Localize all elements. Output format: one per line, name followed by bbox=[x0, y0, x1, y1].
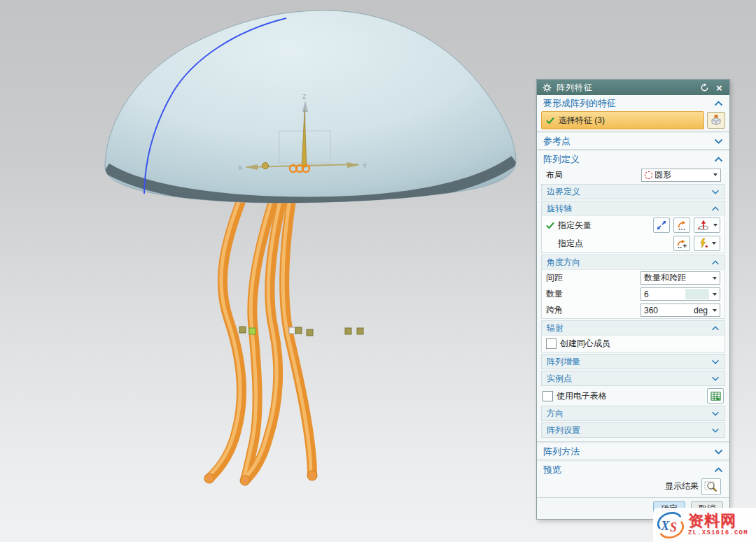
chevron-down-icon bbox=[711, 359, 720, 364]
chevron-down-icon bbox=[714, 138, 723, 144]
watermark: X S 资料网 ZL.XS1616.COM bbox=[653, 508, 756, 542]
span-angle-label: 跨角 bbox=[546, 304, 563, 316]
check-icon bbox=[546, 222, 554, 229]
spreadsheet-button[interactable] bbox=[707, 388, 724, 404]
group-header-instance-points[interactable]: 实例点 bbox=[541, 371, 725, 386]
group-header-features-to-pattern[interactable]: 要形成阵列的特征 bbox=[537, 96, 729, 110]
dropdown-caret-icon bbox=[713, 224, 718, 227]
layout-dropdown[interactable]: 圆形 bbox=[641, 169, 721, 182]
circular-layout-icon bbox=[645, 171, 652, 179]
group-title: 阵列设置 bbox=[547, 425, 711, 436]
count-input[interactable]: 6 bbox=[640, 287, 720, 301]
span-angle-value: 360 bbox=[644, 306, 692, 315]
vector-dialog-icon bbox=[676, 220, 687, 231]
chevron-up-icon bbox=[711, 206, 720, 211]
group-title: 实例点 bbox=[547, 373, 711, 385]
spacing-dropdown[interactable]: 数量和跨距 bbox=[640, 271, 720, 285]
chevron-up-icon bbox=[714, 467, 723, 473]
feature-select-button[interactable] bbox=[707, 112, 725, 129]
group-header-angle-direction[interactable]: 角度方向 bbox=[542, 255, 724, 270]
expression-zone bbox=[685, 289, 709, 299]
show-result-label: 显示结果 bbox=[665, 480, 699, 492]
group-title: 阵列方法 bbox=[543, 445, 714, 458]
use-spreadsheet-checkbox[interactable] bbox=[542, 391, 553, 401]
group-title: 要形成阵列的特征 bbox=[543, 97, 714, 110]
group-title: 参考点 bbox=[543, 135, 714, 148]
jellyfish-tentacles[interactable] bbox=[204, 197, 317, 485]
count-value: 6 bbox=[644, 290, 683, 299]
jellyfish-dome[interactable] bbox=[105, 10, 516, 203]
dropdown-caret-icon bbox=[713, 309, 717, 312]
create-concentric-checkbox[interactable] bbox=[546, 338, 556, 349]
show-result-button[interactable] bbox=[701, 478, 721, 495]
group-title: 旋转轴 bbox=[547, 203, 711, 215]
vector-dialog-button[interactable] bbox=[673, 217, 690, 233]
logo-letter-x: X bbox=[660, 519, 670, 533]
spreadsheet-icon bbox=[710, 390, 722, 402]
chevron-down-icon bbox=[711, 428, 720, 433]
group-header-orientation[interactable]: 方向 bbox=[541, 406, 725, 421]
radiate-group: 辐射 创建同心成员 bbox=[541, 320, 725, 352]
inferred-point-button[interactable] bbox=[694, 236, 720, 251]
select-feature-field[interactable]: 选择特征 (3) bbox=[541, 111, 704, 129]
group-title: 预览 bbox=[543, 464, 714, 476]
axis-drag-ball-handle[interactable] bbox=[262, 163, 269, 169]
spacing-value: 数量和跨距 bbox=[644, 272, 709, 284]
group-title: 角度方向 bbox=[547, 257, 711, 269]
close-icon[interactable]: × bbox=[714, 83, 724, 93]
group-header-preview[interactable]: 预览 bbox=[537, 462, 729, 477]
dropdown-caret-icon bbox=[713, 277, 717, 280]
axis-vector-button[interactable] bbox=[694, 217, 720, 233]
x-axis-label: X bbox=[238, 164, 242, 171]
angle-unit[interactable]: deg bbox=[694, 306, 708, 315]
specify-vector-label: 指定矢量 bbox=[558, 220, 592, 231]
specify-point-label: 指定点 bbox=[558, 238, 583, 250]
group-header-boundary-definition[interactable]: 边界定义 bbox=[541, 184, 725, 199]
reset-icon[interactable] bbox=[699, 83, 710, 93]
group-header-rotation-axis[interactable]: 旋转轴 bbox=[542, 201, 724, 216]
logo-letter-s: S bbox=[670, 520, 677, 534]
count-label: 数量 bbox=[546, 288, 563, 300]
magnifier-icon bbox=[704, 480, 718, 493]
angle-direction-group: 角度方向 间距 数量和跨距 数量 6 bbox=[541, 255, 725, 319]
tentacle-end-caps bbox=[204, 471, 317, 485]
watermark-site-name: 资料网 bbox=[688, 513, 748, 529]
reverse-direction-icon bbox=[656, 220, 667, 231]
group-header-pattern-increment[interactable]: 阵列增量 bbox=[541, 354, 725, 369]
chevron-up-icon bbox=[711, 326, 720, 331]
dropdown-caret-icon bbox=[713, 293, 717, 296]
reverse-vector-button[interactable] bbox=[653, 217, 670, 233]
group-title: 边界定义 bbox=[547, 186, 711, 198]
zc-axis-vector-icon bbox=[696, 220, 710, 231]
dialog-title: 阵列特征 bbox=[556, 82, 593, 94]
group-header-reference-point[interactable]: 参考点 bbox=[537, 134, 729, 148]
chevron-down-icon bbox=[711, 190, 720, 194]
group-header-pattern-method[interactable]: 阵列方法 bbox=[537, 444, 729, 459]
xs-logo-icon: X S bbox=[656, 511, 685, 540]
layout-label: 布局 bbox=[546, 169, 563, 181]
select-feature-label: 选择特征 (3) bbox=[559, 115, 605, 127]
dropdown-caret-icon bbox=[712, 242, 716, 245]
span-angle-input[interactable]: 360 deg bbox=[640, 304, 720, 317]
group-header-radiate[interactable]: 辐射 bbox=[542, 321, 724, 336]
chevron-up-icon bbox=[711, 260, 720, 265]
pattern-feature-dialog: 阵列特征 × 要形成阵列的特征 选择特征 (3) bbox=[536, 79, 730, 520]
spacing-label: 间距 bbox=[546, 272, 563, 284]
rotation-axis-group: 旋转轴 指定矢量 bbox=[541, 201, 725, 253]
chevron-up-icon bbox=[714, 157, 723, 162]
chevron-down-icon bbox=[711, 376, 720, 381]
chevron-down-icon bbox=[711, 411, 720, 416]
group-title: 阵列增量 bbox=[547, 356, 711, 368]
dialog-titlebar[interactable]: 阵列特征 × bbox=[537, 80, 729, 95]
group-title: 阵列定义 bbox=[543, 153, 714, 166]
chevron-up-icon bbox=[714, 101, 723, 106]
z-axis-label: Z bbox=[302, 93, 307, 100]
dropdown-caret-icon bbox=[713, 173, 718, 176]
layout-value: 圆形 bbox=[654, 169, 710, 181]
watermark-site-url: ZL.XS1616.COM bbox=[688, 530, 748, 536]
create-concentric-label: 创建同心成员 bbox=[560, 338, 610, 350]
point-dialog-button[interactable] bbox=[673, 236, 690, 251]
group-title: 辐射 bbox=[547, 322, 711, 334]
group-header-pattern-definition[interactable]: 阵列定义 bbox=[537, 152, 729, 166]
group-header-pattern-settings[interactable]: 阵列设置 bbox=[541, 422, 725, 438]
